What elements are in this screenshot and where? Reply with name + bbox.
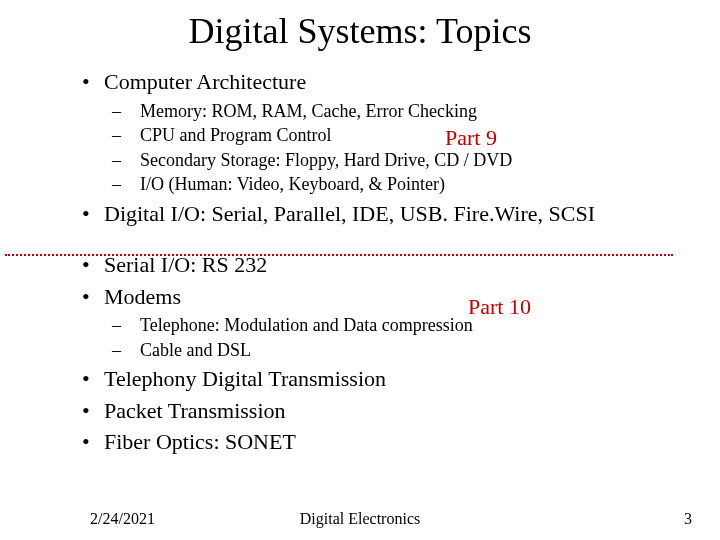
bullet-modems: Modems (82, 283, 682, 311)
bullet-packet: Packet Transmission (82, 397, 682, 425)
bullet-digital-io: Digital I/O: Serial, Parallel, IDE, USB.… (82, 200, 682, 228)
subbullet-memory: Memory: ROM, RAM, Cache, Error Checking (112, 100, 682, 123)
subbullet-storage: Secondary Storage: Floppy, Hard Drive, C… (112, 149, 682, 172)
subbullet-io-human: I/O (Human: Video, Keyboard, & Pointer) (112, 173, 682, 196)
slide-body: Computer Architecture Memory: ROM, RAM, … (82, 64, 682, 460)
spacer (82, 231, 682, 247)
bullet-fiber: Fiber Optics: SONET (82, 428, 682, 456)
annotation-part-10: Part 10 (468, 294, 531, 320)
divider-line (5, 254, 673, 256)
slide: Digital Systems: Topics Computer Archite… (0, 0, 720, 540)
sub-list-modems: Telephone: Modulation and Data compressi… (112, 314, 682, 361)
subbullet-cable-dsl: Cable and DSL (112, 339, 682, 362)
footer-page-number: 3 (684, 510, 692, 528)
annotation-part-9: Part 9 (445, 125, 497, 151)
bullet-telephony: Telephony Digital Transmission (82, 365, 682, 393)
bullet-computer-architecture: Computer Architecture (82, 68, 682, 96)
subbullet-cpu: CPU and Program Control (112, 124, 682, 147)
slide-title: Digital Systems: Topics (0, 10, 720, 52)
footer-title: Digital Electronics (0, 510, 720, 528)
sub-list-architecture: Memory: ROM, RAM, Cache, Error Checking … (112, 100, 682, 196)
subbullet-telephone: Telephone: Modulation and Data compressi… (112, 314, 682, 337)
